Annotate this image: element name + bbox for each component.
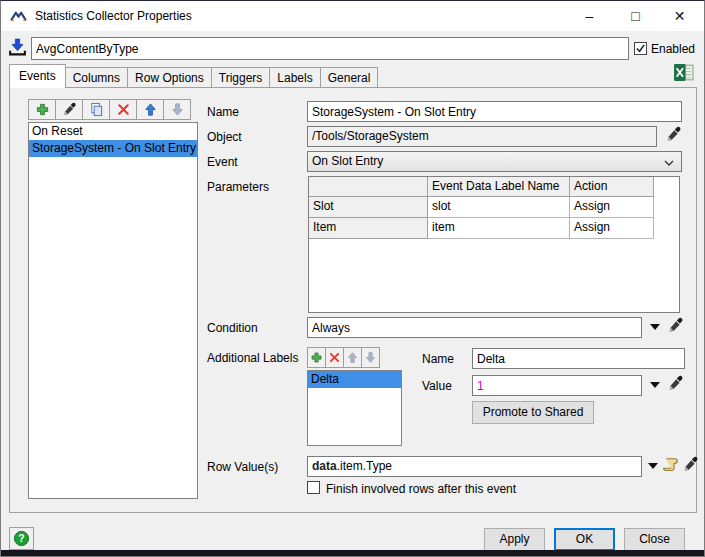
chevron-down-icon bbox=[663, 157, 675, 169]
copy-icon bbox=[89, 102, 104, 117]
object-field: /Tools/StorageSystem bbox=[307, 126, 657, 147]
row-values-code-keyword: data bbox=[312, 459, 337, 473]
parameters-row: Item item Assign bbox=[309, 218, 679, 239]
parameters-label: Parameters bbox=[207, 180, 269, 194]
arrow-down-disabled-icon bbox=[364, 351, 377, 364]
add-label-button[interactable] bbox=[307, 347, 326, 368]
excel-export-icon[interactable] bbox=[673, 62, 694, 83]
event-data-label-cell[interactable]: slot bbox=[428, 197, 570, 218]
arrow-up-icon bbox=[143, 102, 158, 117]
move-label-up-button[interactable] bbox=[343, 347, 362, 368]
title-bar: Statistics Collector Properties – □ ✕ bbox=[1, 1, 704, 31]
label-value-input[interactable] bbox=[472, 375, 642, 396]
delete-x-icon bbox=[116, 102, 131, 117]
delete-x-icon bbox=[328, 351, 341, 364]
tab-triggers[interactable]: Triggers bbox=[211, 67, 271, 88]
tab-row-options[interactable]: Row Options bbox=[127, 67, 212, 88]
add-event-button[interactable] bbox=[28, 99, 56, 120]
event-field-label: Event bbox=[207, 155, 238, 169]
object-field-label: Object bbox=[207, 130, 242, 144]
parameter-name-cell: Item bbox=[309, 218, 428, 239]
flexsim-logo-icon bbox=[10, 8, 27, 25]
parameters-header-cell: Event Data Label Name bbox=[428, 177, 570, 197]
flexscript-scroll-icon[interactable] bbox=[662, 456, 679, 473]
delete-label-button[interactable] bbox=[325, 347, 344, 368]
help-button[interactable]: ? bbox=[9, 527, 34, 550]
additional-labels-label: Additional Labels bbox=[207, 351, 298, 365]
row-values-code-rest: .item.Type bbox=[337, 459, 392, 473]
label-name-input[interactable] bbox=[472, 348, 685, 369]
help-question-icon: ? bbox=[13, 530, 30, 547]
condition-eyedropper-icon[interactable] bbox=[667, 317, 684, 334]
move-label-down-button[interactable] bbox=[361, 347, 380, 368]
tab-general[interactable]: General bbox=[320, 67, 379, 88]
tab-labels[interactable]: Labels bbox=[269, 67, 320, 88]
value-dropdown-arrow-icon[interactable] bbox=[650, 382, 660, 388]
tab-bar: Events Columns Row Options Triggers Labe… bbox=[9, 64, 377, 88]
sample-event-button[interactable] bbox=[55, 99, 83, 120]
parameters-table: Event Data Label Name Action Slot slot A… bbox=[308, 176, 680, 313]
close-button[interactable]: Close bbox=[624, 528, 685, 551]
parameters-header-cell bbox=[309, 177, 428, 197]
row-values-dropdown-arrow-icon[interactable] bbox=[648, 463, 658, 469]
event-dropdown-value: On Slot Entry bbox=[312, 154, 383, 168]
tab-events[interactable]: Events bbox=[9, 64, 66, 88]
copy-event-button[interactable] bbox=[82, 99, 110, 120]
arrow-up-disabled-icon bbox=[346, 351, 359, 364]
plus-icon bbox=[310, 351, 323, 364]
minimize-button[interactable]: – bbox=[567, 1, 612, 31]
action-cell[interactable]: Assign bbox=[570, 218, 654, 239]
move-event-up-button[interactable] bbox=[136, 99, 164, 120]
event-data-label-cell[interactable]: item bbox=[428, 218, 570, 239]
additional-label-item-selected[interactable]: Delta bbox=[308, 371, 401, 388]
event-list[interactable]: On Reset StorageSystem - On Slot Entry bbox=[28, 122, 198, 499]
event-dropdown[interactable]: On Slot Entry bbox=[307, 151, 682, 172]
label-name-label: Name bbox=[422, 352, 454, 366]
parameters-header-cell: Action bbox=[570, 177, 654, 197]
label-value-label: Value bbox=[422, 379, 452, 393]
arrow-down-disabled-icon bbox=[170, 102, 185, 117]
event-list-toolbar bbox=[28, 99, 190, 120]
row-values-eyedropper-icon[interactable] bbox=[682, 456, 699, 473]
row-values-label: Row Value(s) bbox=[207, 460, 278, 474]
statistics-collector-properties-window: Statistics Collector Properties – □ ✕ En… bbox=[0, 0, 705, 557]
condition-dropdown-arrow-icon[interactable] bbox=[650, 324, 660, 330]
parameter-name-cell: Slot bbox=[309, 197, 428, 218]
tab-columns[interactable]: Columns bbox=[65, 67, 128, 88]
condition-input[interactable] bbox=[307, 317, 642, 338]
condition-label: Condition bbox=[207, 321, 258, 335]
eyedropper-icon bbox=[62, 102, 77, 117]
plus-icon bbox=[35, 102, 50, 117]
parameters-header-row: Event Data Label Name Action bbox=[309, 177, 679, 197]
delete-event-button[interactable] bbox=[109, 99, 137, 120]
enabled-label: Enabled bbox=[651, 42, 695, 56]
object-eyedropper-icon[interactable] bbox=[665, 126, 682, 143]
action-cell[interactable]: Assign bbox=[570, 197, 654, 218]
finish-rows-checkbox[interactable] bbox=[307, 481, 320, 494]
name-field-label: Name bbox=[207, 105, 239, 119]
event-name-input[interactable] bbox=[307, 101, 682, 122]
finish-rows-checkbox-label: Finish involved rows after this event bbox=[326, 482, 516, 496]
apply-button[interactable]: Apply bbox=[484, 528, 545, 551]
value-eyedropper-icon[interactable] bbox=[667, 375, 684, 392]
additional-labels-list[interactable]: Delta bbox=[307, 370, 402, 446]
close-window-button[interactable]: ✕ bbox=[657, 1, 702, 31]
parameters-row: Slot slot Assign bbox=[309, 197, 679, 218]
collect-arrow-icon[interactable] bbox=[8, 37, 27, 57]
window-title: Statistics Collector Properties bbox=[35, 9, 192, 23]
ok-button[interactable]: OK bbox=[554, 528, 615, 551]
promote-to-shared-button[interactable]: Promote to Shared bbox=[472, 401, 594, 424]
collector-name-input[interactable] bbox=[31, 37, 629, 60]
additional-labels-toolbar bbox=[307, 347, 379, 368]
event-list-item-selected[interactable]: StorageSystem - On Slot Entry bbox=[29, 140, 197, 157]
enabled-checkbox[interactable] bbox=[634, 42, 647, 55]
checkmark-icon bbox=[635, 43, 646, 54]
bottom-dark-strip bbox=[1, 550, 704, 556]
row-values-input[interactable]: data.item.Type bbox=[307, 456, 642, 477]
svg-text:?: ? bbox=[18, 533, 24, 544]
maximize-button[interactable]: □ bbox=[613, 1, 658, 31]
event-list-item[interactable]: On Reset bbox=[29, 123, 197, 140]
events-tab-page: On Reset StorageSystem - On Slot Entry N… bbox=[9, 87, 697, 513]
move-event-down-button[interactable] bbox=[163, 99, 191, 120]
